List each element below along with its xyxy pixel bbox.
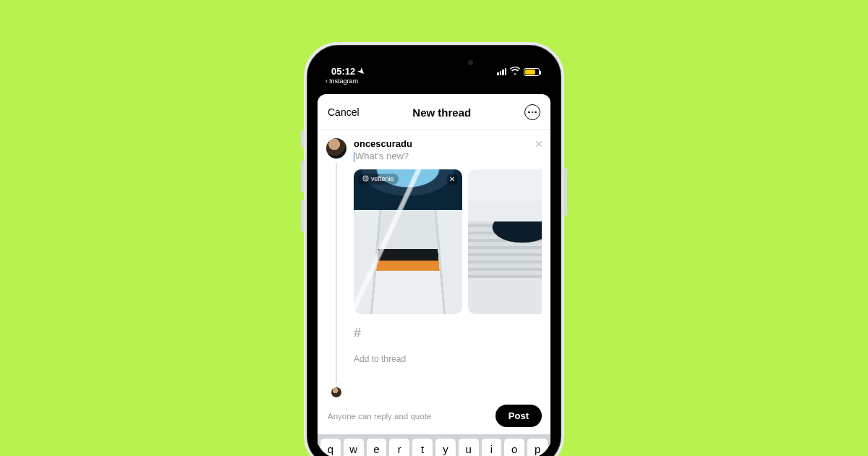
attachment-image[interactable]: veftenie ✕ <box>354 169 462 314</box>
sheet-header: Cancel New thread <box>318 94 550 130</box>
key-w[interactable]: w <box>344 439 364 456</box>
chevron-left-icon: ‹ <box>326 77 328 85</box>
add-to-thread[interactable]: Add to thread <box>354 354 542 364</box>
reply-audience[interactable]: Anyone can reply and quote <box>328 412 431 421</box>
location-arrow-icon: ➤ <box>356 66 367 77</box>
sheet-title: New thread <box>412 106 471 119</box>
post-button[interactable]: Post <box>495 405 542 427</box>
svg-point-2 <box>367 177 367 177</box>
key-i[interactable]: i <box>482 439 502 456</box>
key-p[interactable]: p <box>527 439 548 456</box>
back-app-label: Instagram <box>329 77 358 85</box>
cellular-bars-icon <box>497 68 506 75</box>
key-q[interactable]: q <box>320 439 341 456</box>
key-e[interactable]: e <box>367 439 387 456</box>
avatar-small[interactable] <box>331 387 341 397</box>
notch <box>376 54 492 71</box>
compose-footer: Anyone can reply and quote Post <box>318 397 550 434</box>
compose-sheet: Cancel New thread oncescuradu ✕ What's n… <box>318 94 550 456</box>
svg-rect-0 <box>363 176 368 181</box>
username[interactable]: oncescuradu <box>354 138 542 149</box>
text-caret <box>354 152 354 162</box>
hashtag-button[interactable]: # <box>354 326 542 341</box>
back-to-app[interactable]: ‹ Instagram <box>315 77 553 88</box>
power-button <box>563 168 567 216</box>
compose-input[interactable]: What's new? <box>354 151 542 162</box>
thread-line <box>336 163 337 383</box>
attachments: veftenie ✕ <box>354 169 542 314</box>
key-y[interactable]: y <box>435 439 456 456</box>
placeholder-text: What's new? <box>355 151 409 161</box>
close-icon[interactable]: ✕ <box>535 138 543 150</box>
key-u[interactable]: u <box>459 439 479 456</box>
svg-point-1 <box>365 177 367 180</box>
screen: @oncescuradu 05:12 ➤ ‹ Instagram Cancel … <box>315 54 553 456</box>
remove-attachment-icon[interactable]: ✕ <box>446 174 458 185</box>
key-r[interactable]: r <box>389 439 409 456</box>
phone-frame: @oncescuradu 05:12 ➤ ‹ Instagram Cancel … <box>304 42 564 456</box>
battery-icon <box>524 68 540 76</box>
key-t[interactable]: t <box>412 439 433 456</box>
side-button <box>301 130 305 148</box>
wifi-icon <box>510 67 520 77</box>
status-time: 05:12 <box>331 66 355 77</box>
volume-up-button <box>301 161 305 193</box>
keyboard[interactable]: q w e r t y u i o p <box>318 434 550 456</box>
key-o[interactable]: o <box>504 439 524 456</box>
cancel-button[interactable]: Cancel <box>328 106 359 118</box>
attachment-image[interactable] <box>468 169 542 314</box>
instagram-icon <box>362 175 369 183</box>
volume-down-button <box>301 200 305 232</box>
avatar[interactable] <box>326 138 346 159</box>
source-badge: veftenie <box>358 174 399 185</box>
more-button[interactable] <box>524 104 540 120</box>
source-tag-label: veftenie <box>371 175 394 182</box>
